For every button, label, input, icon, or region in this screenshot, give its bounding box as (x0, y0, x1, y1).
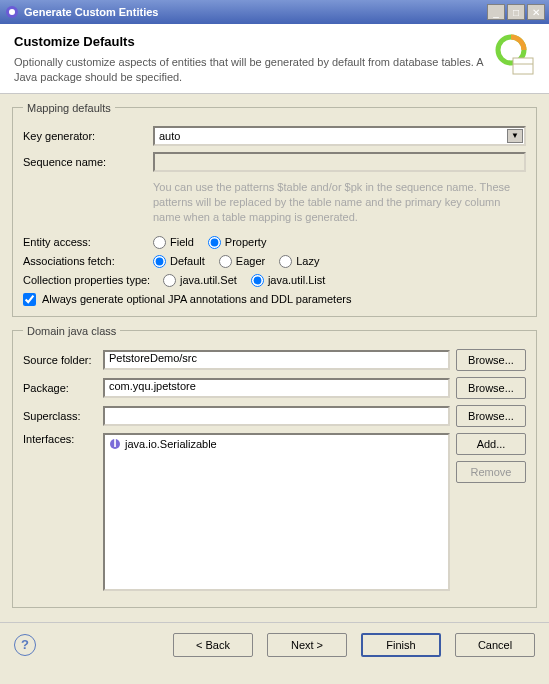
domain-class-group: Domain java class Source folder: Petstor… (12, 325, 537, 608)
page-title: Customize Defaults (14, 34, 485, 49)
next-button[interactable]: Next > (267, 633, 347, 657)
superclass-browse-button[interactable]: Browse... (456, 405, 526, 427)
fetch-default-radio[interactable]: Default (153, 255, 205, 268)
src-folder-input[interactable]: PetstoreDemo/src (103, 350, 450, 370)
svg-text:I: I (113, 438, 116, 449)
domain-legend: Domain java class (23, 325, 120, 337)
list-item[interactable]: I java.io.Serializable (109, 438, 444, 450)
seqname-label: Sequence name: (23, 156, 153, 168)
mapping-legend: Mapping defaults (23, 102, 115, 114)
wizard-header: Customize Defaults Optionally customize … (0, 24, 549, 94)
interfaces-list[interactable]: I java.io.Serializable (103, 433, 450, 591)
maximize-button[interactable]: □ (507, 4, 525, 20)
close-button[interactable]: ✕ (527, 4, 545, 20)
remove-interface-button: Remove (456, 461, 526, 483)
page-description: Optionally customize aspects of entities… (14, 55, 485, 85)
src-browse-button[interactable]: Browse... (456, 349, 526, 371)
coll-list-radio[interactable]: java.util.List (251, 274, 325, 287)
minimize-button[interactable]: _ (487, 4, 505, 20)
app-icon (4, 4, 20, 20)
assoc-fetch-label: Associations fetch: (23, 255, 153, 267)
superclass-label: Superclass: (23, 410, 103, 422)
fetch-lazy-radio[interactable]: Lazy (279, 255, 319, 268)
coll-type-label: Collection properties type: (23, 274, 163, 286)
svg-point-1 (9, 9, 15, 15)
add-interface-button[interactable]: Add... (456, 433, 526, 455)
help-icon[interactable]: ? (14, 634, 36, 656)
entity-icon (493, 34, 535, 76)
fetch-eager-radio[interactable]: Eager (219, 255, 265, 268)
seqname-hint: You can use the patterns $table and/or $… (153, 178, 526, 230)
access-property-radio[interactable]: Property (208, 236, 267, 249)
entity-access-label: Entity access: (23, 236, 153, 248)
access-field-radio[interactable]: Field (153, 236, 194, 249)
mapping-defaults-group: Mapping defaults Key generator: auto ▼ S… (12, 102, 537, 317)
svg-rect-3 (513, 58, 533, 74)
cancel-button[interactable]: Cancel (455, 633, 535, 657)
superclass-input[interactable] (103, 406, 450, 426)
package-label: Package: (23, 382, 103, 394)
titlebar: Generate Custom Entities _ □ ✕ (0, 0, 549, 24)
package-input[interactable]: com.yqu.jpetstore (103, 378, 450, 398)
keygen-value: auto (159, 130, 180, 142)
window-title: Generate Custom Entities (24, 6, 485, 18)
seqname-input (153, 152, 526, 172)
keygen-label: Key generator: (23, 130, 153, 142)
package-browse-button[interactable]: Browse... (456, 377, 526, 399)
keygen-dropdown[interactable]: auto ▼ (153, 126, 526, 146)
finish-button[interactable]: Finish (361, 633, 441, 657)
chevron-down-icon: ▼ (507, 129, 523, 143)
coll-set-radio[interactable]: java.util.Set (163, 274, 237, 287)
interfaces-label: Interfaces: (23, 433, 103, 445)
jpa-annotations-checkbox[interactable]: Always generate optional JPA annotations… (23, 293, 526, 306)
interface-icon: I (109, 438, 121, 450)
src-folder-label: Source folder: (23, 354, 103, 366)
back-button[interactable]: < Back (173, 633, 253, 657)
wizard-footer: ? < Back Next > Finish Cancel (0, 622, 549, 671)
